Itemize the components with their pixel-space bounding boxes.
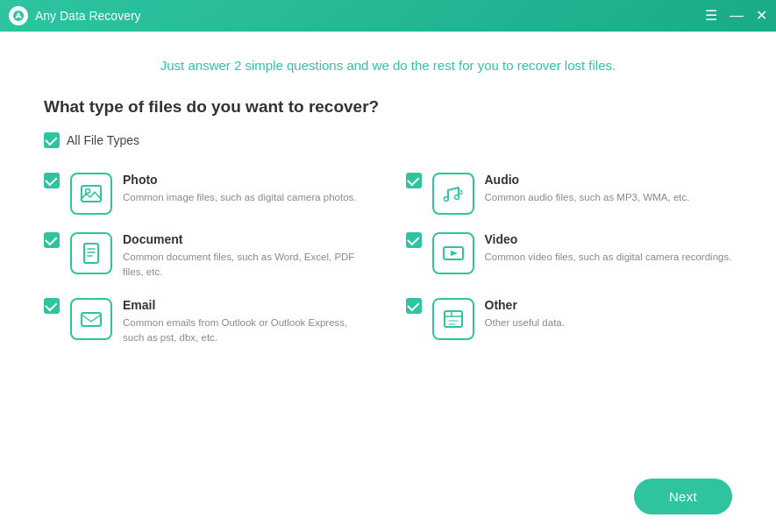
other-name: Other <box>485 298 733 312</box>
audio-name: Audio <box>485 173 733 187</box>
photo-name: Photo <box>123 173 371 187</box>
email-info: Email Common emails from Outlook or Outl… <box>123 298 371 346</box>
footer: Next <box>634 479 732 514</box>
video-icon-wrapper <box>432 232 474 274</box>
photo-icon <box>79 181 103 206</box>
email-checkbox[interactable] <box>44 298 60 314</box>
video-icon <box>441 241 466 266</box>
svg-rect-14 <box>82 313 101 326</box>
video-info: Video Common video files, such as digita… <box>485 232 733 265</box>
all-files-row[interactable]: All File Types <box>44 132 732 148</box>
all-files-label: All File Types <box>67 133 139 147</box>
other-info: Other Other useful data. <box>485 298 733 330</box>
email-icon-wrapper <box>70 298 112 340</box>
document-name: Document <box>123 232 371 246</box>
other-icon-wrapper <box>432 298 474 340</box>
main-content: Just answer 2 simple questions and we do… <box>0 32 776 532</box>
other-icon <box>441 307 466 331</box>
all-files-checkbox[interactable] <box>44 132 60 148</box>
email-name: Email <box>123 298 371 312</box>
file-types-grid: Photo Common image files, such as digita… <box>44 173 732 345</box>
email-icon <box>79 307 103 331</box>
audio-info: Audio Common audio files, such as MP3, W… <box>485 173 733 205</box>
video-checkbox[interactable] <box>406 232 422 248</box>
svg-rect-8 <box>84 244 98 263</box>
video-desc: Common video files, such as digital came… <box>485 250 733 265</box>
document-icon <box>79 241 103 266</box>
audio-checkbox[interactable] <box>406 173 422 188</box>
subtitle-text: Just answer 2 simple questions and we do… <box>44 58 732 73</box>
audio-icon <box>441 181 466 206</box>
svg-rect-2 <box>82 186 101 202</box>
titlebar-left: Any Data Recovery <box>9 6 141 25</box>
photo-desc: Common image files, such as digital came… <box>123 190 371 205</box>
file-type-video[interactable]: Video Common video files, such as digita… <box>406 232 733 280</box>
file-type-photo[interactable]: Photo Common image files, such as digita… <box>44 173 371 215</box>
titlebar: Any Data Recovery ☰ — ✕ <box>0 0 776 32</box>
audio-icon-wrapper <box>432 173 474 215</box>
photo-checkbox[interactable] <box>44 173 60 188</box>
document-checkbox[interactable] <box>44 232 60 248</box>
minimize-icon[interactable]: — <box>730 9 744 23</box>
file-type-other[interactable]: Other Other useful data. <box>406 298 733 346</box>
document-desc: Common document files, such as Word, Exc… <box>123 250 371 280</box>
email-desc: Common emails from Outlook or Outlook Ex… <box>123 316 371 346</box>
svg-point-4 <box>444 197 448 202</box>
svg-point-0 <box>13 11 24 21</box>
titlebar-controls[interactable]: ☰ — ✕ <box>705 9 767 23</box>
file-type-audio[interactable]: Audio Common audio files, such as MP3, W… <box>406 173 733 215</box>
document-icon-wrapper <box>70 232 112 274</box>
other-desc: Other useful data. <box>485 316 733 330</box>
video-name: Video <box>485 232 733 246</box>
app-logo <box>9 6 28 25</box>
svg-line-6 <box>460 190 462 192</box>
document-info: Document Common document files, such as … <box>123 232 371 280</box>
audio-desc: Common audio files, such as MP3, WMA, et… <box>485 190 733 205</box>
photo-icon-wrapper <box>70 173 112 215</box>
next-button[interactable]: Next <box>634 479 732 514</box>
photo-info: Photo Common image files, such as digita… <box>123 173 371 205</box>
app-title: Any Data Recovery <box>35 9 141 23</box>
question-title: What type of files do you want to recove… <box>44 97 732 117</box>
svg-point-5 <box>454 195 459 200</box>
file-type-document[interactable]: Document Common document files, such as … <box>44 232 371 280</box>
file-type-email[interactable]: Email Common emails from Outlook or Outl… <box>44 298 371 346</box>
close-icon[interactable]: ✕ <box>756 9 767 23</box>
other-checkbox[interactable] <box>406 298 422 314</box>
svg-point-3 <box>86 189 90 194</box>
menu-icon[interactable]: ☰ <box>705 9 717 23</box>
svg-marker-13 <box>451 251 458 256</box>
